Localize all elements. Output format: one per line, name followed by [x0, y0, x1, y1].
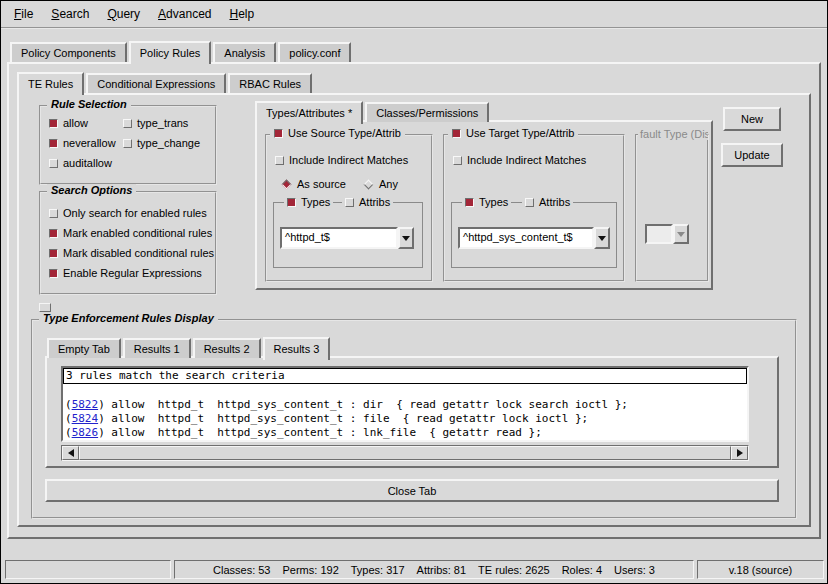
tab-results-3[interactable]: Results 3: [263, 337, 331, 360]
auditallow-checkbox[interactable]: auditallow: [49, 157, 112, 169]
stat-roles: Roles: 4: [562, 564, 602, 576]
mark-enabled-conditional-checkbox[interactable]: Mark enabled conditional rules: [49, 227, 212, 239]
combo-dropdown-button[interactable]: [594, 227, 610, 249]
type-trans-checkbox[interactable]: type_trans: [123, 117, 188, 129]
source-types-box: Types Attribs ^httpd_t$: [273, 202, 423, 268]
target-type-group: Use Target Type/Attrib Include Indirect …: [443, 134, 625, 282]
tab-conditional-expressions[interactable]: Conditional Expressions: [86, 73, 226, 93]
mark-disabled-conditional-checkbox[interactable]: Mark disabled conditional rules: [49, 247, 214, 259]
search-options-title: Search Options: [47, 184, 136, 196]
tab-policy-components[interactable]: Policy Components: [10, 42, 127, 62]
tab-results-1[interactable]: Results 1: [123, 338, 191, 358]
stat-types: Types: 317: [351, 564, 405, 576]
types-attributes-tab-bar: Types/Attributes * Classes/Permissions: [255, 99, 491, 122]
tab-classes-permissions[interactable]: Classes/Permissions: [365, 102, 489, 122]
target-type-combo-entry[interactable]: ^httpd_sys_content_t$: [458, 227, 594, 249]
checkbox-indicator: [49, 119, 58, 128]
rule-text: allow httpd_t httpd_sys_content_t : dir …: [105, 398, 628, 411]
checkbox-indicator: [49, 159, 58, 168]
checkbox-indicator: [49, 249, 58, 258]
tab-te-rules[interactable]: TE Rules: [17, 72, 84, 95]
menu-help[interactable]: Help: [220, 4, 263, 24]
tab-analysis[interactable]: Analysis: [213, 42, 276, 62]
result-rule-line: (5822) allow httpd_t httpd_sys_content_t…: [65, 398, 745, 412]
policy-version-label: v.18 (source): [729, 564, 792, 576]
pane-sash-handle[interactable]: [39, 303, 51, 312]
checkbox-indicator: [275, 156, 284, 165]
rule-text: allow httpd_t httpd_sys_content_t : lnk_…: [105, 426, 542, 439]
types-attributes-page: Use Source Type/Attrib Include Indirect …: [255, 120, 713, 290]
rule-number-link[interactable]: 5822: [72, 398, 99, 411]
results-title: Type Enforcement Rules Display: [39, 312, 218, 324]
checkbox-indicator: [49, 229, 58, 238]
horizontal-scrollbar[interactable]: [61, 445, 749, 461]
menu-file[interactable]: File: [5, 4, 42, 24]
results-page: 3 rules match the search criteria (5822)…: [45, 356, 779, 468]
enable-regex-checkbox[interactable]: Enable Regular Expressions: [49, 267, 202, 279]
checkbox-indicator: [465, 198, 474, 207]
main-tab-bar: Policy Components Policy Rules Analysis …: [10, 39, 353, 62]
use-source-type-checkbox[interactable]: Use Source Type/Attrib: [270, 127, 405, 139]
default-type-combo: [645, 224, 689, 244]
only-enabled-rules-checkbox[interactable]: Only search for enabled rules: [49, 207, 207, 219]
results-text-area[interactable]: 3 rules match the search criteria (5822)…: [61, 366, 749, 442]
tab-results-2[interactable]: Results 2: [193, 338, 261, 358]
policy-rules-page: TE Rules Conditional Expressions RBAC Ru…: [7, 62, 821, 539]
source-types-checkbox[interactable]: Types: [284, 196, 333, 208]
any-radio[interactable]: Any: [363, 178, 398, 190]
stat-perms: Perms: 192: [283, 564, 339, 576]
as-source-radio[interactable]: As source: [281, 178, 346, 190]
menu-search[interactable]: Search: [42, 4, 98, 24]
menu-advanced[interactable]: Advanced: [149, 4, 220, 24]
results-summary: 3 rules match the search criteria: [63, 368, 747, 384]
chevron-down-icon: [402, 236, 410, 241]
te-rules-page: Rule Selection allow neverallow auditall…: [17, 93, 811, 527]
rule-number-link[interactable]: 5826: [72, 426, 99, 439]
update-button[interactable]: Update: [721, 143, 783, 167]
stat-classes: Classes: 53: [213, 564, 270, 576]
tab-rbac-rules[interactable]: RBAC Rules: [228, 73, 312, 93]
source-type-combo-entry[interactable]: ^httpd_t$: [280, 227, 398, 249]
rule-selection-group: Rule Selection allow neverallow auditall…: [39, 105, 217, 185]
combo-dropdown-button[interactable]: [398, 227, 414, 249]
neverallow-checkbox[interactable]: neverallow: [49, 137, 116, 149]
result-rule-line: (5824) allow httpd_t httpd_sys_content_t…: [65, 412, 745, 426]
results-group: Type Enforcement Rules Display Empty Tab…: [31, 319, 797, 519]
target-attribs-checkbox[interactable]: Attribs: [522, 196, 573, 208]
rule-number-link[interactable]: 5824: [72, 412, 99, 425]
use-target-type-checkbox[interactable]: Use Target Type/Attrib: [448, 127, 578, 139]
target-types-checkbox[interactable]: Types: [462, 196, 511, 208]
tab-policy-rules[interactable]: Policy Rules: [129, 41, 212, 64]
results-tab-bar: Empty Tab Results 1 Results 2 Results 3: [47, 335, 332, 358]
status-left-box: [5, 560, 171, 579]
checkbox-indicator: [287, 198, 296, 207]
default-type-group: fault Type (Disa: [635, 134, 709, 282]
source-type-combo[interactable]: ^httpd_t$: [280, 227, 414, 249]
scroll-right-button[interactable]: [731, 446, 748, 460]
menu-query[interactable]: Query: [98, 4, 149, 24]
tab-empty[interactable]: Empty Tab: [47, 338, 121, 358]
scroll-thumb[interactable]: [79, 446, 731, 460]
stat-users: Users: 3: [614, 564, 655, 576]
source-attribs-checkbox[interactable]: Attribs: [342, 196, 393, 208]
checkbox-indicator: [452, 129, 461, 138]
target-type-combo[interactable]: ^httpd_sys_content_t$: [458, 227, 610, 249]
combo-dropdown-button: [673, 224, 689, 244]
result-rule-line: (5826) allow httpd_t httpd_sys_content_t…: [65, 426, 745, 440]
target-types-box: Types Attribs ^httpd_sys_content_t$: [451, 202, 617, 268]
source-indirect-checkbox[interactable]: Include Indirect Matches: [275, 154, 408, 166]
type-change-checkbox[interactable]: type_change: [123, 137, 200, 149]
source-type-group: Use Source Type/Attrib Include Indirect …: [265, 134, 433, 282]
close-tab-button[interactable]: Close Tab: [45, 479, 779, 502]
tab-policy-conf[interactable]: policy.conf: [278, 42, 351, 62]
allow-checkbox[interactable]: allow: [49, 117, 88, 129]
scroll-left-button[interactable]: [62, 446, 79, 460]
checkbox-indicator: [49, 209, 58, 218]
default-type-combo-entry: [645, 224, 673, 244]
tab-types-attributes[interactable]: Types/Attributes *: [255, 101, 363, 124]
new-button[interactable]: New: [723, 107, 781, 131]
target-indirect-checkbox[interactable]: Include Indirect Matches: [453, 154, 586, 166]
radio-indicator: [364, 179, 374, 189]
checkbox-indicator: [525, 198, 534, 207]
checkbox-indicator: [49, 139, 58, 148]
